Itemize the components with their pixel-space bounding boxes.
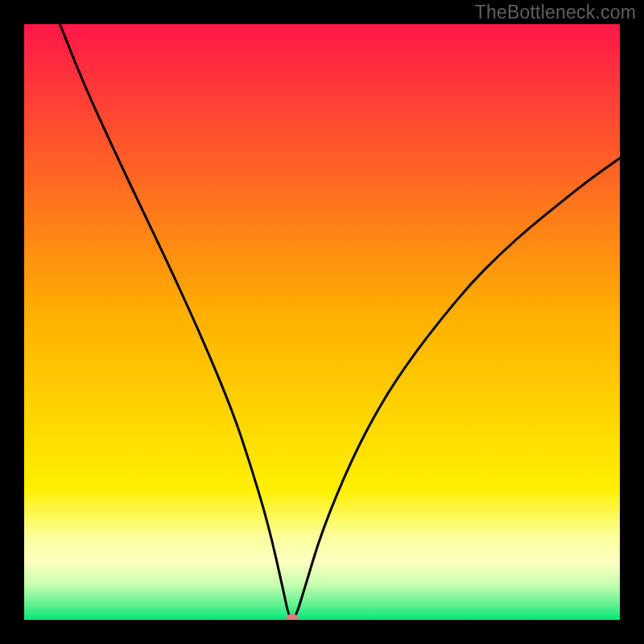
watermark-text: TheBottleneck.com	[475, 2, 636, 23]
chart-container: TheBottleneck.com	[0, 0, 644, 644]
bottleneck-plot	[24, 24, 620, 620]
